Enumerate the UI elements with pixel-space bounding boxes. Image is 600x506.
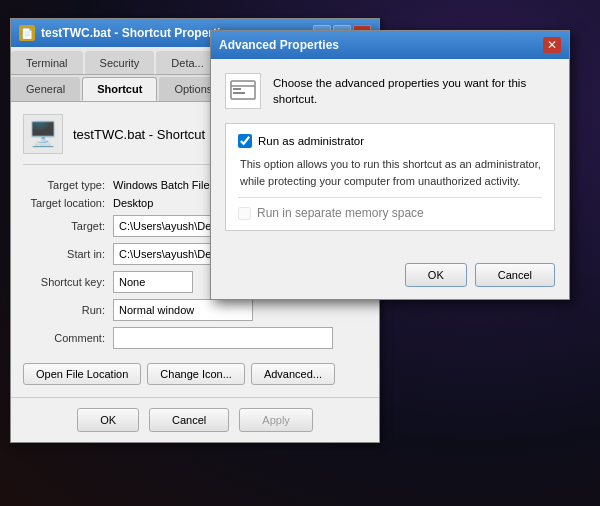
modal-cancel-button[interactable]: Cancel: [475, 263, 555, 287]
advanced-properties-modal: Advanced Properties ✕ Choose the advance…: [210, 30, 570, 300]
run-separate-memory-checkbox: [238, 207, 251, 220]
svg-rect-2: [233, 88, 241, 90]
run-separate-memory-row: Run in separate memory space: [238, 206, 542, 220]
run-as-admin-row: Run as administrator: [238, 134, 542, 148]
run-separate-memory-label: Run in separate memory space: [257, 206, 424, 220]
modal-header-icon: [225, 73, 261, 109]
run-as-admin-label: Run as administrator: [258, 135, 364, 147]
modal-content: Choose the advanced properties you want …: [211, 59, 569, 255]
modal-section: Run as administrator This option allows …: [225, 123, 555, 231]
modal-ok-button[interactable]: OK: [405, 263, 467, 287]
modal-bottom-buttons: OK Cancel: [211, 255, 569, 299]
modal-titlebar: Advanced Properties ✕: [211, 31, 569, 59]
svg-rect-3: [233, 92, 245, 94]
modal-header-row: Choose the advanced properties you want …: [225, 73, 555, 109]
properties-icon: [229, 77, 257, 105]
modal-overlay: Advanced Properties ✕ Choose the advance…: [0, 0, 600, 506]
modal-title: Advanced Properties: [219, 38, 339, 52]
modal-close-button[interactable]: ✕: [543, 37, 561, 53]
modal-header-text: Choose the advanced properties you want …: [273, 75, 555, 107]
run-as-admin-checkbox[interactable]: [238, 134, 252, 148]
modal-separator: [238, 197, 542, 198]
run-as-admin-description: This option allows you to run this short…: [240, 156, 542, 189]
